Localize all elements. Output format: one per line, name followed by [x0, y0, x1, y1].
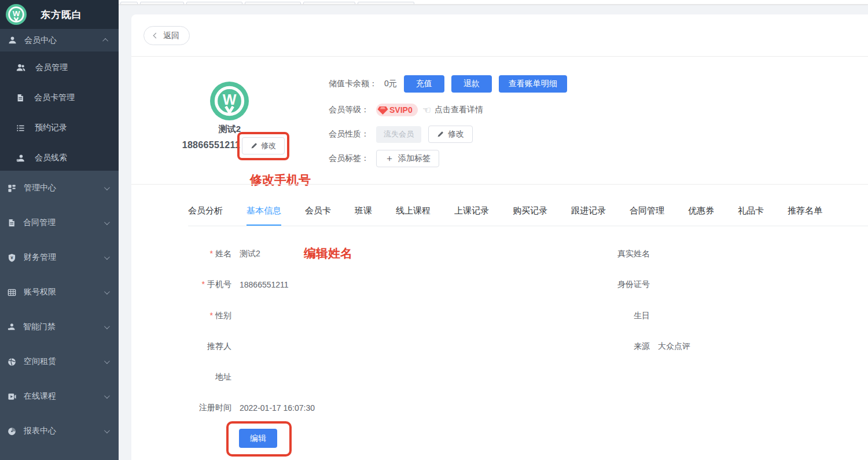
tag-tab-remnant — [186, 2, 242, 5]
balance-row: 储值卡余额： 0元 充值 退款 查看账单明细 — [329, 75, 567, 93]
plus-icon: ＋ — [385, 154, 394, 163]
tags-label: 会员标签： — [329, 153, 369, 164]
tab-contract-management[interactable]: 合同管理 — [630, 205, 664, 226]
tab-member-analysis[interactable]: 会员分析 — [188, 205, 223, 226]
sidebar-item-account-permissions[interactable]: 账号权限 — [0, 275, 119, 310]
user-icon — [8, 36, 17, 45]
chevron-down-icon — [104, 254, 110, 260]
sidebar-item-member-card-management[interactable]: 会员卡管理 — [0, 83, 119, 113]
tag-tab-remnant — [303, 2, 355, 5]
svg-text:¥: ¥ — [10, 255, 13, 260]
chevron-down-icon — [104, 358, 110, 364]
tab-purchase-records[interactable]: 购买记录 — [513, 205, 547, 226]
field-label-referrer: 推荐人 — [155, 341, 231, 352]
recharge-button[interactable]: 充值 — [404, 75, 444, 93]
document-icon — [16, 94, 24, 102]
chevron-down-icon — [104, 323, 110, 329]
list-icon — [16, 124, 25, 133]
sidebar-item-label: 报表中心 — [24, 426, 104, 436]
sidebar-item-booking-records[interactable]: 预约记录 — [0, 113, 119, 143]
member-detail-card: 返回 W 测试2 18866551211 修改 修改手机号 储值卡余额： 0元 … — [131, 14, 868, 460]
sidebar-item-label: 在线课程 — [24, 391, 104, 402]
sidebar-item-member-leads[interactable]: 会员线索 — [0, 143, 119, 173]
sidebar-item-label: 账号权限 — [24, 287, 104, 297]
sidebar-item-report-center[interactable]: 报表中心 — [0, 414, 119, 448]
field-label-birthday: 生日 — [571, 311, 650, 321]
edit-nature-button-label: 修改 — [448, 129, 464, 139]
video-icon — [8, 392, 16, 401]
sidebar-item-member-management[interactable]: 会员管理 — [0, 53, 119, 83]
tab-member-card[interactable]: 会员卡 — [305, 205, 331, 226]
nature-label: 会员性质： — [329, 129, 369, 139]
form-row-birthday: 生日 — [571, 310, 658, 322]
field-label-id-number: 身份证号 — [571, 279, 650, 290]
sidebar-item-member-center[interactable]: 会员中心 — [0, 29, 119, 51]
app-title: 东方既白 — [41, 8, 82, 21]
view-bill-button[interactable]: 查看账单明细 — [499, 75, 567, 93]
sidebar-item-management-center[interactable]: 管理中心 — [0, 171, 119, 205]
tag-tab-remnant — [245, 2, 301, 5]
person-icon — [8, 323, 16, 331]
sidebar-item-finance-management[interactable]: ¥ 财务管理 — [0, 240, 119, 275]
field-label-source: 来源 — [571, 341, 650, 352]
edit-nature-button[interactable]: 修改 — [428, 126, 473, 143]
form-row-name: 姓名 测试2 — [155, 248, 260, 260]
detail-tabs: 会员分析 基本信息 会员卡 班课 线上课程 上课记录 购买记录 跟进记录 合同管… — [188, 200, 868, 226]
field-label-name: 姓名 — [155, 249, 231, 259]
tab-referral-list[interactable]: 推荐名单 — [788, 205, 822, 226]
add-tag-button[interactable]: ＋ 添加标签 — [376, 150, 439, 167]
globe-icon — [8, 358, 16, 366]
tab-online-course[interactable]: 线上课程 — [396, 205, 431, 226]
field-label-real-name: 真实姓名 — [571, 249, 650, 259]
pencil-icon — [437, 131, 444, 138]
chevron-down-icon — [104, 428, 110, 433]
user-key-icon — [16, 154, 25, 163]
sidebar-header: W 东方既白 — [0, 0, 119, 29]
sidebar-item-label: 会员中心 — [24, 35, 104, 46]
refund-button[interactable]: 退款 — [451, 75, 492, 93]
tab-gift-cards[interactable]: 礼品卡 — [738, 205, 764, 226]
sidebar-item-label: 智能门禁 — [23, 322, 104, 332]
vip-badge-label: SVIP0 — [389, 105, 413, 115]
sidebar-item-smart-access[interactable]: 智能门禁 — [0, 310, 119, 344]
chevron-down-icon — [104, 219, 110, 225]
sidebar-item-label: 预约记录 — [35, 123, 67, 133]
sidebar-item-contract-management[interactable]: 合同管理 — [0, 205, 119, 240]
form-row-gender: 性别 — [155, 310, 240, 322]
level-hint[interactable]: 点击查看详情 — [435, 105, 483, 115]
edit-form-button[interactable]: 编辑 — [239, 429, 277, 448]
users-icon — [16, 63, 25, 72]
sidebar-item-space-rental[interactable]: 空间租赁 — [0, 344, 119, 379]
edit-phone-button[interactable]: 修改 — [242, 137, 285, 154]
form-row-source: 来源 大众点评 — [571, 340, 690, 353]
svg-text:W: W — [13, 9, 20, 18]
tab-followup-records[interactable]: 跟进记录 — [571, 205, 606, 226]
tab-basic-info[interactable]: 基本信息 — [247, 205, 281, 226]
form-row-id-number: 身份证号 — [571, 278, 658, 291]
form-row-register-time: 注册时间 2022-01-17 16:07:30 — [155, 402, 315, 414]
field-label-register-time: 注册时间 — [155, 403, 231, 413]
sidebar-item-online-courses[interactable]: 在线课程 — [0, 379, 119, 414]
tags-view-strip — [119, 0, 868, 5]
sidebar-item-label: 会员管理 — [35, 62, 68, 73]
tab-coupons[interactable]: 优惠券 — [688, 205, 714, 226]
field-value-phone: 18866551211 — [240, 280, 289, 289]
svg-text:W: W — [223, 91, 237, 108]
back-button[interactable]: 返回 — [144, 26, 190, 45]
member-phone: 18866551211 — [152, 140, 240, 150]
tab-class-records[interactable]: 上课记录 — [454, 205, 489, 226]
chevron-left-icon — [153, 33, 159, 39]
back-button-label: 返回 — [163, 31, 179, 41]
balance-label: 储值卡余额： — [329, 79, 377, 89]
dashboard-icon — [8, 427, 16, 436]
sidebar-item-label: 空间租赁 — [24, 356, 104, 367]
vip-badge[interactable]: SVIP0 — [376, 104, 418, 116]
sidebar-groups: 管理中心 合同管理 ¥ 财务管理 账号权限 — [0, 171, 119, 448]
add-tag-button-label: 添加标签 — [398, 153, 431, 164]
diamond-icon — [377, 105, 388, 115]
member-avatar: W — [210, 82, 249, 120]
tab-class-course[interactable]: 班课 — [355, 205, 372, 226]
chevron-down-icon — [104, 289, 110, 295]
tag-tab-remnant — [358, 2, 414, 5]
form-row-referrer: 推荐人 — [155, 340, 240, 353]
